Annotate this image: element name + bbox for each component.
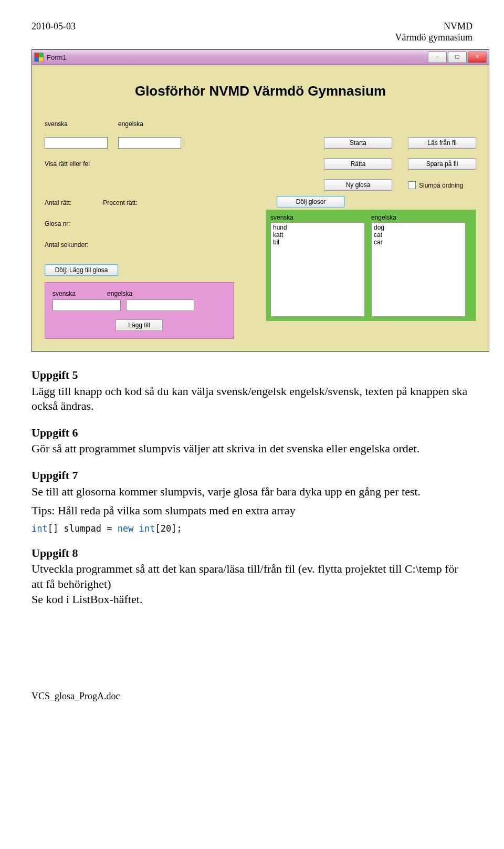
text-uppgift5: Lägg till knapp och kod så du kan välja …: [32, 384, 472, 414]
window-titlebar: Form1 – □ ×: [32, 50, 489, 65]
listbox-svenska[interactable]: hund katt bil: [270, 222, 365, 317]
listbox-engelska[interactable]: dog cat car: [371, 222, 466, 317]
window-minimize-button[interactable]: –: [428, 51, 447, 63]
label-svenska: svenska: [45, 120, 118, 128]
window-app-icon: [34, 53, 44, 62]
button-starta[interactable]: Starta: [324, 137, 392, 149]
text-uppgift7-tips: Tips: Håll reda på vilka som slumpats me…: [32, 503, 472, 519]
label-procent-ratt: Procent rätt:: [103, 199, 137, 206]
pink-label-engelska: engelska: [107, 290, 132, 297]
button-ratta[interactable]: Rätta: [324, 158, 392, 170]
label-engelska: engelska: [118, 120, 192, 128]
input-svenska[interactable]: [45, 137, 108, 149]
button-sparafil[interactable]: Spara på fil: [408, 158, 476, 170]
heading-uppgift5: Uppgift 5: [32, 368, 472, 383]
code-uppgift7: int[] slumpad = new int[20];: [32, 523, 472, 534]
green-label-svenska: svenska: [270, 214, 365, 221]
label-visa-resultat: Visa rätt eller fel: [45, 160, 192, 168]
window-close-button[interactable]: ×: [468, 51, 487, 63]
label-antal-sekunder: Antal sekunder:: [45, 241, 244, 249]
checkbox-slumpa[interactable]: Slumpa ordning: [408, 180, 476, 190]
button-nyglosa[interactable]: Ny glosa: [324, 179, 392, 191]
button-dolj-lagg-till-glosa[interactable]: Dölj: Lägg till glosa: [45, 264, 118, 276]
button-lasfranfil[interactable]: Läs från fil: [408, 137, 476, 149]
label-antal-ratt: Antal rätt:: [45, 199, 71, 206]
pink-input-engelska[interactable]: [126, 299, 194, 311]
text-uppgift7-line1: Se till att glosorna kommer slumpvis, va…: [32, 484, 472, 500]
green-label-engelska: engelska: [371, 214, 466, 221]
window-title: Form1: [47, 54, 67, 61]
panel-glosor: svenska hund katt bil engelska dog cat c…: [266, 210, 476, 321]
button-lagg-till[interactable]: Lägg till: [116, 319, 163, 331]
app-title: Glosförhör NVMD Värmdö Gymnasium: [45, 83, 476, 99]
doc-org-line2: Värmdö gymnasium: [395, 32, 472, 43]
doc-org-line1: NVMD: [395, 21, 472, 32]
document-body: Uppgift 5 Lägg till knapp och kod så du …: [32, 368, 472, 607]
button-dolj-glosor[interactable]: Dölj glosor: [277, 196, 345, 208]
window-maximize-button[interactable]: □: [448, 51, 467, 63]
panel-lagg-till-glosa: svenska engelska Lägg till: [45, 282, 234, 339]
document-header: 2010-05-03 NVMD Värmdö gymnasium: [32, 21, 472, 43]
document-footer: VCS_glosa_ProgA.doc: [32, 691, 472, 702]
heading-uppgift7: Uppgift 7: [32, 468, 472, 483]
heading-uppgift8: Uppgift 8: [32, 546, 472, 561]
pink-input-svenska[interactable]: [52, 299, 121, 311]
text-uppgift6: Gör så att programmet slumpvis väljer at…: [32, 441, 472, 457]
app-window: Form1 – □ × Glosförhör NVMD Värmdö Gymna…: [32, 49, 489, 352]
label-glosa-nr: Glosa nr:: [45, 220, 244, 227]
heading-uppgift6: Uppgift 6: [32, 426, 472, 441]
pink-label-svenska: svenska: [52, 290, 76, 297]
text-uppgift8: Utveckla programmet så att det kan spara…: [32, 562, 472, 607]
input-engelska[interactable]: [118, 137, 181, 149]
doc-date: 2010-05-03: [32, 21, 76, 43]
